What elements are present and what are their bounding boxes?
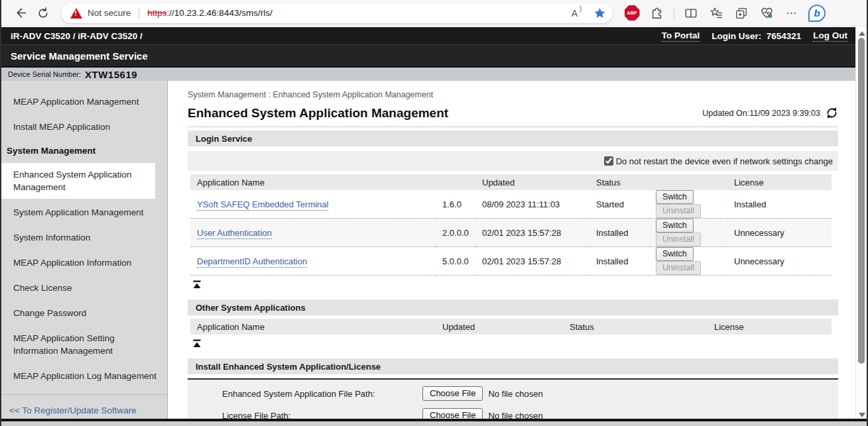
- column-updated: Updated: [436, 319, 563, 335]
- column-actions: [649, 174, 727, 190]
- back-to-top-icon[interactable]: [193, 280, 201, 289]
- settings-more-icon[interactable]: ⋯: [782, 3, 802, 23]
- updated-on-label: Updated On:11/09 2023 9:39:03: [702, 109, 820, 118]
- uninstall-button[interactable]: Uninstall: [656, 233, 701, 246]
- table-row: YSoft SAFEQ Embedded Terminal 1.6.0 08/0…: [190, 190, 832, 219]
- favorites-icon[interactable]: [706, 3, 726, 23]
- scrollbar-thumb[interactable]: [858, 38, 865, 364]
- url-text[interactable]: https://10.23.2.46:8443/sms/rls/: [147, 8, 272, 18]
- favorite-star-icon[interactable]: [593, 7, 606, 19]
- bing-chat-icon[interactable]: b: [807, 3, 827, 23]
- to-register-update-software-link[interactable]: << To Register/Update Software: [1, 403, 167, 418]
- title-divider: [188, 127, 838, 127]
- window-bottom-border: [1, 419, 867, 421]
- other-apps-section-header: Other System Applications: [188, 299, 838, 315]
- url-rest: ://10.23.2.46:8443/sms/rls/: [167, 8, 273, 18]
- column-license: License: [708, 319, 832, 335]
- column-application-name: Application Name: [190, 174, 436, 190]
- column-actions: [662, 319, 708, 335]
- sidebar-divider: [1, 394, 167, 395]
- sidebar-nav: MEAP Application Management Install MEAP…: [1, 81, 168, 421]
- sidebar-item-system-information[interactable]: System Information: [1, 226, 167, 249]
- login-service-section-header: Login Service: [188, 131, 838, 146]
- sidebar-item-meap-application-log-management[interactable]: MEAP Application Log Management: [1, 364, 167, 388]
- browser-window: Not secure https://10.23.2.46:8443/sms/r…: [0, 0, 868, 426]
- address-bar[interactable]: Not secure https://10.23.2.46:8443/sms/r…: [61, 3, 613, 23]
- back-icon[interactable]: [9, 2, 32, 25]
- column-status: Status: [589, 174, 649, 190]
- main-content: System Management : Enhanced System Appl…: [168, 81, 858, 426]
- app-version: 2.0.0.0: [436, 219, 475, 247]
- app-license: Unnecessary: [727, 219, 832, 247]
- sidebar-section-system-management: System Management: [1, 140, 167, 161]
- service-title: Service Management Service: [11, 50, 148, 62]
- uninstall-button[interactable]: Uninstall: [656, 261, 701, 275]
- app-license: Installed: [727, 190, 832, 219]
- sidebar-item-system-application-management[interactable]: System Application Management: [1, 201, 167, 224]
- not-secure-label: Not secure: [88, 8, 131, 18]
- column-status: Status: [563, 319, 662, 335]
- table-header-row: Application Name Updated Status License: [190, 319, 832, 335]
- browser-toolbar: Not secure https://10.23.2.46:8443/sms/r…: [1, 0, 867, 27]
- device-header-bar: iR-ADV C3520 / iR-ADV C3520 / To Portal …: [1, 27, 857, 44]
- page-title: Enhanced System Application Management: [188, 106, 448, 121]
- login-service-table: Application Name Updated Status License …: [190, 174, 832, 276]
- serial-label: Device Serial Number:: [8, 70, 81, 78]
- url-scheme: https: [147, 8, 166, 18]
- back-to-top-icon[interactable]: [193, 339, 201, 348]
- app-status: Started: [589, 190, 649, 219]
- read-aloud-icon[interactable]: A: [572, 8, 582, 19]
- serial-value: XTW15619: [85, 69, 137, 80]
- sidebar-item-change-password[interactable]: Change Password: [1, 301, 167, 325]
- sidebar-item-meap-application-management[interactable]: MEAP Application Management: [1, 90, 167, 113]
- sidebar-item-meap-application-information[interactable]: MEAP Application Information: [1, 251, 167, 274]
- other-apps-table: Application Name Updated Status License: [190, 319, 832, 335]
- sidebar-item-meap-application-setting-information-management[interactable]: MEAP Application Setting Information Man…: [1, 327, 151, 362]
- restart-checkbox-row: Do not restart the device even if networ…: [188, 151, 838, 171]
- app-status: Installed: [589, 247, 649, 276]
- column-application-name: Application Name: [190, 319, 436, 335]
- switch-button[interactable]: Switch: [656, 190, 694, 204]
- app-updated: 02/01 2023 15:57:28: [475, 247, 589, 276]
- extensions-icon[interactable]: [647, 3, 667, 23]
- split-screen-icon[interactable]: [681, 3, 701, 23]
- divider: [139, 8, 139, 19]
- app-link-departmentid-authentication[interactable]: DepartmentID Authentication: [197, 256, 307, 268]
- app-status: Installed: [589, 219, 649, 247]
- breadcrumb: System Management : Enhanced System Appl…: [188, 90, 838, 99]
- refresh-icon[interactable]: [32, 2, 54, 25]
- sidebar-item-install-meap-application[interactable]: Install MEAP Application: [1, 115, 167, 138]
- browser-essentials-icon[interactable]: [757, 3, 776, 23]
- app-file-status: No file chosen: [488, 389, 542, 399]
- app-updated: 02/01 2023 15:57:28: [475, 219, 589, 247]
- page-refresh-icon[interactable]: [826, 107, 838, 119]
- vertical-scrollbar: [855, 27, 867, 421]
- choose-file-button-app[interactable]: Choose File: [422, 386, 483, 401]
- service-title-bar: Service Management Service: [1, 44, 857, 66]
- switch-button[interactable]: Switch: [656, 219, 694, 233]
- window-bottom-edge: [1, 421, 867, 426]
- column-license: License: [727, 174, 832, 190]
- app-link-ysoft-safeq[interactable]: YSoft SAFEQ Embedded Terminal: [197, 199, 328, 211]
- toolbar-extension-icons: ABP ⋯ b: [622, 3, 827, 23]
- table-header-row: Application Name Updated Status License: [190, 174, 832, 190]
- sidebar-item-check-license[interactable]: Check License: [1, 276, 167, 299]
- table-row: DepartmentID Authentication 5.0.0.0 02/0…: [190, 247, 832, 276]
- uninstall-button[interactable]: Uninstall: [656, 204, 701, 218]
- do-not-restart-label: Do not restart the device even if networ…: [616, 156, 833, 166]
- switch-button[interactable]: Switch: [656, 247, 694, 261]
- do-not-restart-checkbox[interactable]: [604, 156, 613, 166]
- app-license: Unnecessary: [727, 247, 832, 276]
- app-version: 5.0.0.0: [436, 247, 475, 276]
- to-portal-link[interactable]: To Portal: [662, 30, 700, 42]
- logout-link[interactable]: Log Out: [813, 30, 847, 42]
- app-file-path-label: Enhanced System Application File Path:: [222, 389, 422, 399]
- adblock-icon[interactable]: ABP: [622, 3, 642, 23]
- scroll-up-icon[interactable]: [859, 31, 865, 36]
- scroll-down-icon[interactable]: [859, 413, 865, 417]
- device-title: iR-ADV C3520 / iR-ADV C3520 /: [11, 31, 143, 41]
- not-secure-warning-icon[interactable]: [70, 8, 82, 19]
- app-link-user-authentication[interactable]: User Authentication: [197, 228, 272, 239]
- collections-icon[interactable]: [731, 3, 751, 23]
- sidebar-item-enhanced-system-application-management[interactable]: Enhanced System Application Management: [1, 163, 155, 199]
